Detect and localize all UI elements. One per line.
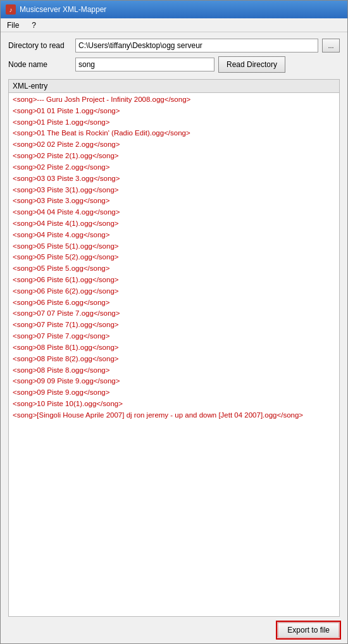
xml-entry[interactable]: <song>06 Piste 6.ogg</song>	[11, 297, 337, 309]
xml-entry[interactable]: <song>--- Guru Josh Project - Infinity 2…	[11, 94, 337, 106]
export-button[interactable]: Export to file	[277, 622, 340, 638]
xml-entry[interactable]: <song>09 09 Piste 9.ogg</song>	[11, 376, 337, 387]
menu-help[interactable]: ?	[29, 20, 39, 30]
xml-entry[interactable]: <song>05 Piste 5(1).ogg</song>	[11, 241, 337, 252]
directory-label: Directory to read	[8, 41, 71, 50]
xml-entry[interactable]: <song>02 Piste 2(1).ogg</song>	[11, 151, 337, 162]
browse-button[interactable]: ...	[322, 39, 340, 53]
xml-panel: XML-entry <song>--- Guru Josh Project - …	[8, 79, 340, 617]
xml-entry[interactable]: <song>01 01 Piste 1.ogg</song>	[11, 106, 337, 117]
bottom-bar: Export to file	[1, 617, 347, 643]
xml-entry[interactable]: <song>04 Piste 4(1).ogg</song>	[11, 218, 337, 230]
xml-entry[interactable]: <song>10 Piste 10(1).ogg</song>	[11, 399, 337, 410]
directory-input[interactable]	[75, 39, 318, 53]
xml-entry[interactable]: <song>03 03 Piste 3.ogg</song>	[11, 173, 337, 185]
xml-entry[interactable]: <song>04 04 Piste 4.ogg</song>	[11, 207, 337, 218]
menu-file[interactable]: File	[4, 20, 22, 30]
xml-entry[interactable]: <song>09 Piste 9.ogg</song>	[11, 387, 337, 399]
node-input[interactable]	[75, 58, 214, 71]
xml-entry[interactable]: <song>05 Piste 5.ogg</song>	[11, 263, 337, 275]
xml-entry[interactable]: <song>03 Piste 3(1).ogg</song>	[11, 185, 337, 196]
node-row: Node name Read Directory	[8, 56, 340, 73]
app-icon: ♪	[6, 4, 16, 15]
menu-bar: File ?	[1, 18, 347, 32]
xml-entries: <song>--- Guru Josh Project - Infinity 2…	[9, 93, 339, 423]
form-area: Directory to read ... Node name Read Dir…	[1, 32, 347, 79]
xml-entry[interactable]: <song>01 Piste 1.ogg</song>	[11, 117, 337, 128]
main-window: ♪ Musicserver XML-Mapper File ? Director…	[0, 0, 348, 644]
xml-entry[interactable]: <song>04 Piste 4.ogg</song>	[11, 230, 337, 241]
xml-entry[interactable]: <song>08 Piste 8(2).ogg</song>	[11, 354, 337, 365]
xml-entry[interactable]: <song>07 07 Piste 7.ogg</song>	[11, 308, 337, 319]
directory-row: Directory to read ...	[8, 39, 340, 53]
xml-entry[interactable]: <song>08 Piste 8.ogg</song>	[11, 365, 337, 376]
xml-entry[interactable]: <song>02 Piste 2.ogg</song>	[11, 162, 337, 173]
title-bar: ♪ Musicserver XML-Mapper	[1, 1, 347, 18]
xml-entry[interactable]: <song>03 Piste 3.ogg</song>	[11, 195, 337, 207]
xml-entry[interactable]: <song>05 Piste 5(2).ogg</song>	[11, 252, 337, 263]
xml-entry[interactable]: <song>01 The Beat is Rockin' (Radio Edit…	[11, 128, 337, 139]
window-title: Musicserver XML-Mapper	[20, 5, 106, 14]
xml-entry[interactable]: <song>06 Piste 6(2).ogg</song>	[11, 286, 337, 297]
xml-entry[interactable]: <song>[Singoli House Aprile 2007] dj ron…	[11, 410, 337, 421]
xml-entry[interactable]: <song>08 Piste 8(1).ogg</song>	[11, 342, 337, 354]
xml-panel-header: XML-entry	[9, 80, 339, 93]
xml-entry[interactable]: <song>02 02 Piste 2.ogg</song>	[11, 139, 337, 151]
xml-entry[interactable]: <song>07 Piste 7(1).ogg</song>	[11, 319, 337, 331]
xml-entry[interactable]: <song>07 Piste 7.ogg</song>	[11, 331, 337, 342]
node-label: Node name	[8, 60, 71, 69]
read-directory-button[interactable]: Read Directory	[218, 56, 285, 73]
xml-entry[interactable]: <song>06 Piste 6(1).ogg</song>	[11, 275, 337, 286]
